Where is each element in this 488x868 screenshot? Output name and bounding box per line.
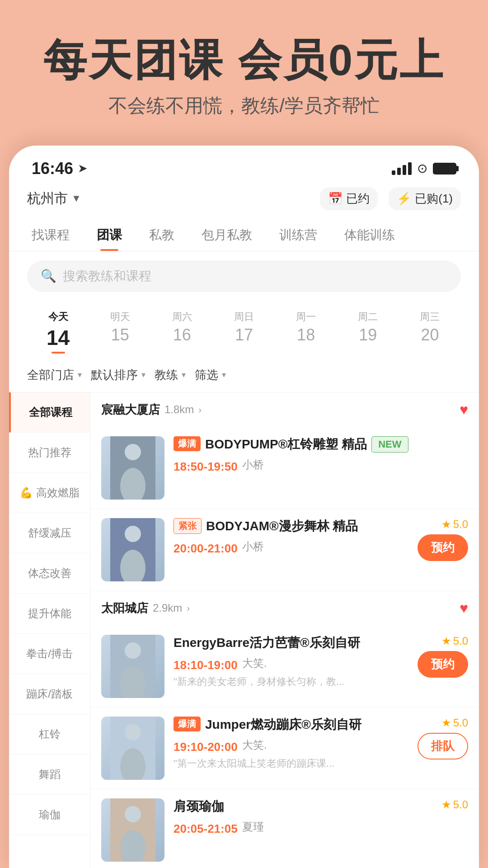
venue-favorite-icon-1[interactable]: ♥ [460,600,468,617]
sidebar-item[interactable]: 杠铃 [9,714,90,755]
course-badge: 爆满 [174,717,201,731]
venue-link-0[interactable]: 宸融大厦店 1.8km › [101,402,202,418]
booked-button[interactable]: 📅 已约 [320,187,378,210]
date-item-18[interactable]: 周一 18 [275,306,337,358]
sidebar-item[interactable]: 蹦床/踏板 [9,674,90,714]
course-card[interactable]: 紧张 BODYJAM®漫步舞林 精品 20:00-21:00 小桥 ★5.0 预… [90,509,479,591]
tab-私教[interactable]: 私教 [136,219,188,251]
tab-找课程[interactable]: 找课程 [18,219,83,251]
tab-bar: 找课程团课私教包月私教训练营体能训练 [9,219,479,251]
course-image [101,798,164,862]
hero-section: 每天团课 会员0元上 不会练不用慌，教练/学员齐帮忙 [0,0,488,118]
hero-subtitle: 不会练不用慌，教练/学员齐帮忙 [27,93,461,118]
sidebar: 全部课程热门推荐💪 高效燃脂舒缓减压体态改善提升体能拳击/搏击蹦床/踏板杠铃舞蹈… [9,392,90,868]
course-rating: ★5.0 [441,717,468,729]
course-trainer: 大笑. [242,738,267,752]
svg-point-13 [125,806,141,822]
course-card[interactable]: EnergyBarre活力芭蕾®乐刻自研 18:10-19:00 大笑. "新来… [90,626,479,708]
sidebar-item[interactable]: 全部课程 [9,392,90,433]
course-image [101,518,164,581]
course-card[interactable]: 爆满 BODYPUMP®杠铃雕塑 精品 NEW 18:50-19:50 小桥 [90,427,479,509]
course-card[interactable]: 肩颈瑜伽 20:05-21:05 夏瑾 ★5.0 [90,789,479,868]
course-trainer: 大笑. [242,656,267,670]
course-badge: 紧张 [174,518,202,534]
course-image [101,436,164,500]
battery-icon [433,163,456,175]
course-image [101,635,164,698]
course-desc: "新来的美女老师，身材修长匀称，教... [174,675,408,689]
course-right: ★5.0 预约 [418,518,468,561]
calendar-icon: 📅 [328,192,343,206]
venue-link-1[interactable]: 太阳城店 2.9km › [101,600,190,616]
venue-header-0: 宸融大厦店 1.8km › ♥ [90,392,479,427]
course-info: EnergyBarre活力芭蕾®乐刻自研 18:10-19:00 大笑. "新来… [174,635,408,689]
date-item-20[interactable]: 周三 20 [399,306,461,358]
tab-体能训练[interactable]: 体能训练 [331,219,408,251]
course-name: EnergyBarre活力芭蕾®乐刻自研 [174,635,360,651]
course-right: ★5.0 排队 [418,717,468,760]
search-bar[interactable]: 🔍 搜索教练和课程 [27,260,461,292]
course-trainer: 夏瑾 [242,820,264,834]
course-time: 19:10-20:00 [174,740,238,754]
hero-title: 每天团课 会员0元上 [27,36,461,84]
course-card[interactable]: 爆满 Jumper燃动蹦床®乐刻自研 19:10-20:00 大笑. "第一次来… [90,708,479,789]
sidebar-item[interactable]: 提升体能 [9,594,90,634]
tab-训练营[interactable]: 训练营 [266,219,331,251]
content-area: 全部课程热门推荐💪 高效燃脂舒缓减压体态改善提升体能拳击/搏击蹦床/踏板杠铃舞蹈… [9,392,479,868]
queue-button[interactable]: 排队 [418,733,468,760]
tab-包月私教[interactable]: 包月私教 [188,219,266,251]
status-bar: 16:46 ➤ ⊙ [9,146,479,183]
tab-团课[interactable]: 团课 [83,219,136,251]
venue-favorite-icon-0[interactable]: ♥ [460,401,468,418]
sidebar-item[interactable]: 瑜伽 [9,795,90,835]
sidebar-item[interactable]: 拳击/搏击 [9,634,90,674]
course-desc: "第一次来太阳城上笑老师的蹦床课... [174,757,408,771]
course-name: BODYPUMP®杠铃雕塑 精品 [205,436,367,453]
course-rating: ★5.0 [441,518,468,531]
course-name: BODYJAM®漫步舞林 精品 [206,518,358,534]
purchased-label: 已购(1) [415,191,453,207]
course-info: 爆满 Jumper燃动蹦床®乐刻自研 19:10-20:00 大笑. "第一次来… [174,717,408,771]
course-trainer: 小桥 [242,539,264,554]
location-selector[interactable]: 杭州市 ▼ [27,189,81,208]
phone-frame: 16:46 ➤ ⊙ 杭州市 ▼ 📅 已约 ⚡ 已购 [9,146,479,868]
sidebar-item[interactable]: 💪 高效燃脂 [9,473,90,513]
filter-全部门店[interactable]: 全部门店▾ [27,367,82,383]
svg-point-1 [125,444,141,460]
date-item-19[interactable]: 周二 19 [337,306,399,358]
sidebar-item[interactable]: 体态改善 [9,553,90,594]
filter-教练[interactable]: 教练▾ [155,367,186,383]
date-item-15[interactable]: 明天 15 [89,306,151,358]
course-time: 20:05-21:05 [174,822,238,836]
purchased-button[interactable]: ⚡ 已购(1) [389,187,461,210]
filter-默认排序[interactable]: 默认排序▾ [91,367,145,383]
status-icons: ⊙ [392,161,456,176]
status-time: 16:46 [32,159,73,178]
book-button[interactable]: 预约 [418,651,468,678]
svg-point-4 [125,526,141,542]
date-item-14[interactable]: 今天 14 [27,306,89,358]
sidebar-item[interactable]: 舒缓减压 [9,513,90,553]
search-input[interactable]: 搜索教练和课程 [63,268,151,285]
filter-筛选[interactable]: 筛选▾ [195,367,226,383]
signal-bars-icon [392,162,412,175]
course-name: 肩颈瑜伽 [174,798,224,815]
svg-point-7 [125,642,141,659]
course-time: 18:10-19:00 [174,658,238,672]
date-item-16[interactable]: 周六 16 [151,306,213,358]
course-image [101,717,164,780]
course-time: 20:00-21:00 [174,542,238,556]
course-time: 18:50-19:50 [174,460,238,474]
location-text: 杭州市 [27,189,68,208]
sidebar-item[interactable]: 舞蹈 [9,755,90,795]
nav-actions: 📅 已约 ⚡ 已购(1) [320,187,461,210]
book-button[interactable]: 预约 [418,534,468,561]
date-item-17[interactable]: 周日 17 [213,306,275,358]
booked-label: 已约 [346,191,370,207]
search-icon: 🔍 [41,269,56,283]
course-trainer: 小桥 [242,458,264,472]
new-badge: NEW [371,436,408,453]
course-right: ★5.0 [441,798,468,811]
sidebar-item[interactable]: 热门推荐 [9,433,90,473]
wifi-icon: ⊙ [417,161,427,176]
